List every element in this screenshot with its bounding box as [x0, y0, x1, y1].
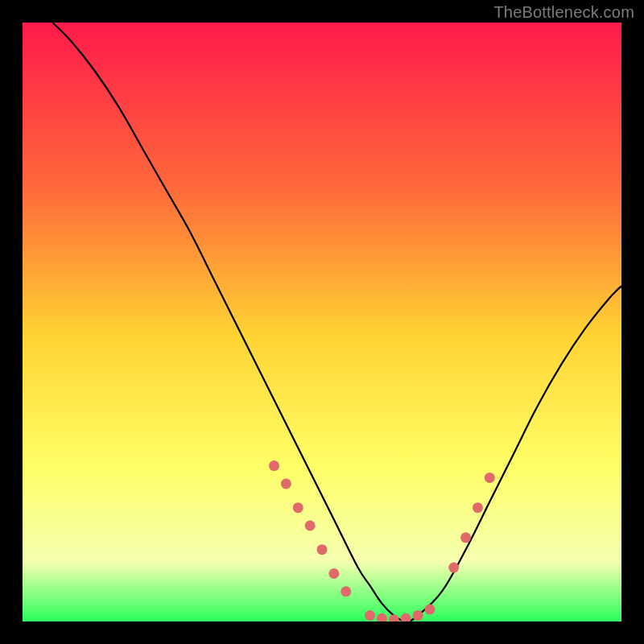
data-marker: [448, 563, 459, 573]
data-marker: [317, 544, 328, 555]
gradient-background: [23, 23, 621, 621]
data-marker: [305, 520, 316, 530]
plot-area: [23, 23, 621, 621]
data-marker: [269, 460, 279, 471]
data-marker: [341, 586, 351, 597]
data-marker: [281, 478, 291, 489]
data-marker: [293, 502, 303, 513]
data-marker: [413, 610, 423, 621]
data-marker: [485, 473, 495, 483]
data-marker: [460, 532, 471, 543]
data-marker: [328, 568, 339, 579]
data-marker: [365, 610, 375, 621]
watermark-text: TheBottleneck.com: [493, 3, 634, 22]
chart-frame: TheBottleneck.com: [0, 0, 644, 644]
data-marker: [424, 605, 435, 615]
data-marker: [473, 502, 483, 513]
bottleneck-chart: [23, 23, 621, 621]
